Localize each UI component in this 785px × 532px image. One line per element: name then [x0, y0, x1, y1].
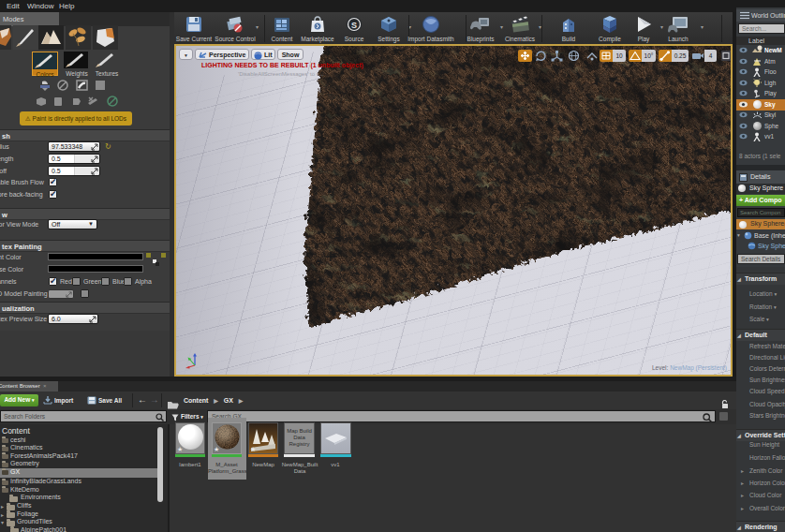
svg-text:S: S	[351, 21, 357, 30]
